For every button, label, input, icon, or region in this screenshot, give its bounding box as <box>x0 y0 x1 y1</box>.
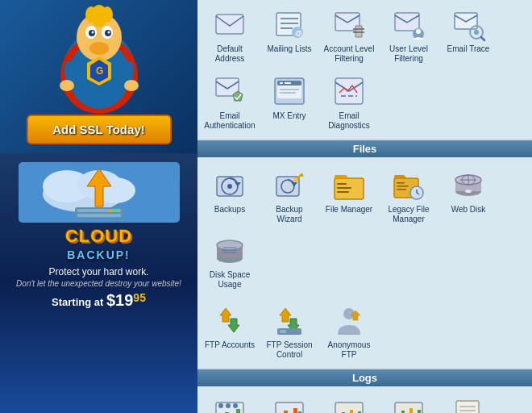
icon-web-disk[interactable]: Web Disk <box>439 164 497 227</box>
account-level-filtering-icon <box>331 6 367 42</box>
icon-ftp-session-control[interactable]: FTP Session Control <box>260 299 318 363</box>
mailing-lists-label: Mailing Lists <box>267 44 311 54</box>
icon-ftp-accounts[interactable]: FTP Accounts <box>201 299 259 363</box>
email-icon-grid-2: Email Authentication MX Ent <box>197 70 532 139</box>
svg-point-45 <box>416 29 421 34</box>
main-content: Default Address @ Mailing Lists <box>197 0 532 413</box>
mailing-lists-icon: @ <box>272 6 307 42</box>
icon-mx-entry[interactable]: MX Entry <box>260 70 318 134</box>
backup-subtitle: BACKUP! <box>67 248 131 261</box>
mx-entry-label: MX Entry <box>272 111 305 121</box>
default-address-icon <box>212 6 247 42</box>
anonymous-ftp-icon <box>331 302 367 338</box>
backup-title: CLOUD <box>65 227 132 245</box>
email-trace-icon <box>451 6 486 42</box>
svg-rect-102 <box>280 330 286 333</box>
svg-text:@: @ <box>295 29 302 37</box>
email-section: Default Address @ Mailing Lists <box>197 0 532 139</box>
svg-rect-80 <box>397 189 406 190</box>
svg-rect-135 <box>418 410 421 413</box>
svg-rect-43 <box>395 13 419 31</box>
mascot-icon: G <box>51 6 148 111</box>
email-trace-label: Email Trace <box>447 44 490 54</box>
icon-file-manager[interactable]: File Manager <box>320 164 378 227</box>
svg-point-87 <box>465 190 472 193</box>
svg-marker-99 <box>280 308 291 322</box>
svg-rect-109 <box>236 409 240 413</box>
user-level-filtering-icon <box>391 6 426 42</box>
icon-email-trace[interactable]: Email Trace <box>439 3 497 67</box>
svg-rect-78 <box>397 182 405 184</box>
icon-backups[interactable]: Backups <box>201 164 259 227</box>
backups-icon <box>212 167 247 202</box>
icon-disk-space-usage[interactable]: Disk Space Usage <box>201 229 259 293</box>
mx-entry-icon <box>272 73 307 109</box>
icon-anonymous-ftp[interactable]: Anonymous FTP <box>320 299 378 363</box>
svg-marker-98 <box>228 319 239 332</box>
svg-point-66 <box>227 184 232 189</box>
icon-default-address[interactable]: Default Address <box>201 3 259 67</box>
svg-marker-97 <box>220 308 231 322</box>
sidebar: G Add SSL Today! <box>0 0 197 413</box>
svg-point-48 <box>474 30 479 35</box>
icon-email-authentication[interactable]: Email Authentication <box>201 70 259 134</box>
user-level-filtering-label: User Level Filtering <box>383 44 434 64</box>
email-authentication-label: Email Authentication <box>204 111 256 131</box>
svg-point-93 <box>217 240 243 250</box>
file-manager-icon <box>331 167 367 202</box>
files-header: Files <box>197 140 532 157</box>
svg-point-20 <box>124 80 139 91</box>
backup-banner: CLOUD BACKUP! Protect your hard work. Do… <box>0 153 197 413</box>
anonymous-ftp-label: Anonymous FTP <box>323 340 375 360</box>
icon-webalizer[interactable]: Webalizer <box>320 393 378 413</box>
svg-point-113 <box>233 403 238 408</box>
icon-user-level-filtering[interactable]: User Level Filtering <box>380 3 438 67</box>
svg-rect-32 <box>216 15 243 34</box>
icon-email-diagnostics[interactable]: Email Diagnostics <box>320 70 378 134</box>
webalizer-ftp-icon <box>391 396 426 413</box>
icon-raw-access-logs[interactable]: Raw Access Logs <box>439 393 497 413</box>
svg-point-4 <box>89 42 109 55</box>
disk-space-usage-label: Disk Space Usage <box>204 270 256 290</box>
bandwidth-icon <box>272 396 307 413</box>
svg-rect-125 <box>350 410 353 413</box>
svg-point-30 <box>114 209 117 212</box>
svg-rect-118 <box>293 408 297 413</box>
svg-rect-56 <box>285 82 291 84</box>
icon-legacy-file-manager[interactable]: Legacy File Manager <box>380 164 438 227</box>
icon-backup-wizard[interactable]: Backup Wizard <box>260 164 318 227</box>
svg-marker-40 <box>355 26 362 37</box>
logs-icon-grid: Latest Visitors Bandwidth <box>197 386 532 413</box>
files-icon-grid-2: FTP Accounts FTP Session Control <box>197 299 532 368</box>
ssl-button[interactable]: Add SSL Today! <box>27 115 172 144</box>
raw-access-logs-icon <box>451 396 486 413</box>
icon-mailing-lists[interactable]: @ Mailing Lists <box>260 3 318 67</box>
webalizer-icon <box>331 396 367 413</box>
backup-price: Starting at $1995 <box>52 291 146 310</box>
ftp-session-control-label: FTP Session Control <box>264 340 315 360</box>
icon-account-level-filtering[interactable]: Account Level Filtering <box>320 3 378 67</box>
ssl-banner: G Add SSL Today! <box>0 0 197 153</box>
file-manager-label: File Manager <box>326 205 372 215</box>
backup-wizard-label: Backup Wizard <box>264 205 315 224</box>
backup-desc2: Don't let the unexpected destroy your we… <box>16 279 181 288</box>
latest-visitors-icon <box>212 396 247 413</box>
svg-point-12 <box>85 6 97 23</box>
svg-rect-74 <box>337 183 347 185</box>
svg-point-111 <box>218 403 223 408</box>
legacy-file-manager-icon <box>391 167 426 202</box>
icon-bandwidth[interactable]: Bandwidth <box>260 393 318 413</box>
ftp-accounts-label: FTP Accounts <box>205 340 255 350</box>
icon-webalizer-ftp[interactable]: Webalizer FTP <box>380 393 438 413</box>
svg-point-31 <box>109 209 112 212</box>
legacy-file-manager-label: Legacy File Manager <box>383 205 434 224</box>
email-diagnostics-icon <box>331 73 367 109</box>
svg-rect-79 <box>397 186 409 187</box>
svg-point-19 <box>60 80 74 91</box>
disk-space-usage-icon <box>212 232 247 268</box>
files-section: Files Backups <box>197 140 532 368</box>
default-address-label: Default Address <box>204 44 256 64</box>
icon-latest-visitors[interactable]: Latest Visitors <box>201 393 259 413</box>
ftp-accounts-icon <box>212 302 247 338</box>
svg-rect-75 <box>337 187 351 189</box>
